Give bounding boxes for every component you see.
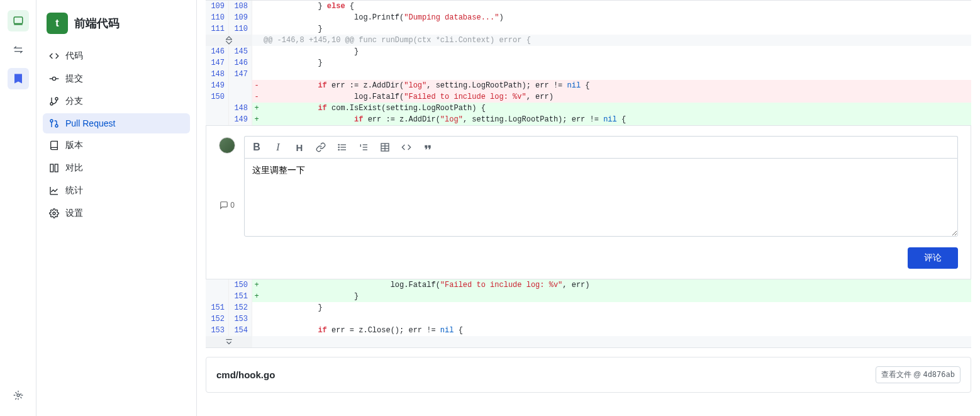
diff-line[interactable]: 150- log.Fatalf("Failed to include log: … [206, 91, 971, 103]
diff-line[interactable]: 111110 } [206, 23, 971, 35]
code-icon[interactable] [401, 142, 412, 153]
sidebar-label: 统计 [65, 185, 83, 196]
sidebar-item-stats[interactable]: 统计 [43, 180, 190, 201]
diff-line[interactable]: 110109 log.Printf("Dumping database...") [206, 12, 971, 23]
sidebar: t 前端代码 代码 提交 分支 Pull Request 版本 [36, 0, 197, 416]
repo-title: 前端代码 [74, 16, 120, 31]
svg-point-2 [17, 394, 19, 396]
new-line-num: 147 [229, 69, 252, 80]
sidebar-item-compare[interactable]: 对比 [43, 157, 190, 179]
hunk-header-row: @@ -146,8 +145,10 @@ func runDump(ctx *c… [206, 35, 971, 46]
diff-line[interactable]: 151152 } [206, 302, 971, 313]
repo-header: t 前端代码 [43, 10, 190, 45]
old-line-num [206, 291, 229, 302]
old-line-num: 147 [206, 57, 229, 69]
sidebar-item-releases[interactable]: 版本 [43, 135, 190, 156]
sidebar-label: 版本 [65, 140, 83, 151]
diff-line[interactable]: 149+ if err := z.AddDir("log", setting.L… [206, 114, 971, 125]
rail-repo-icon[interactable] [8, 68, 29, 89]
sidebar-label: 提交 [65, 73, 83, 84]
expand-icon[interactable] [206, 35, 252, 46]
sidebar-item-pull-request[interactable]: Pull Request [43, 113, 190, 133]
quote-icon[interactable] [422, 142, 433, 153]
svg-rect-13 [55, 164, 58, 172]
svg-point-21 [338, 144, 339, 145]
svg-point-3 [52, 77, 55, 80]
sidebar-label: 代码 [65, 50, 83, 62]
diff-line[interactable]: 152153 [206, 313, 971, 325]
submit-comment-button[interactable]: 评论 [908, 247, 958, 269]
app-rail [0, 0, 36, 416]
link-icon[interactable] [315, 142, 326, 153]
diff-line[interactable]: 148+ if com.IsExist(setting.LogRootPath)… [206, 103, 971, 114]
list-ol-icon[interactable] [358, 142, 369, 153]
svg-point-22 [338, 147, 339, 147]
diff-line[interactable]: 148147 [206, 69, 971, 80]
old-line-num: 146 [206, 46, 229, 57]
expand-row [206, 336, 971, 347]
old-line-num: 149 [206, 80, 229, 91]
file-name: cmd/hook.go [216, 369, 275, 380]
sidebar-item-code[interactable]: 代码 [43, 45, 190, 67]
old-line-num: 152 [206, 313, 229, 325]
view-file-link[interactable]: 查看文件 @ 4d876ab [876, 366, 961, 383]
old-line-num: 151 [206, 302, 229, 313]
rail-swap-icon[interactable] [8, 39, 29, 60]
sidebar-label: 对比 [65, 162, 83, 174]
old-line-num: 150 [206, 91, 229, 103]
old-line-num: 109 [206, 1, 229, 12]
user-avatar[interactable] [219, 137, 235, 154]
diff-line[interactable]: 146145 } [206, 46, 971, 57]
new-line-num: 108 [229, 1, 252, 12]
diff-view-continued: 150+ log.Fatalf("Failed to include log: … [206, 279, 971, 348]
sidebar-item-commits[interactable]: 提交 [43, 68, 190, 89]
sidebar-label: 设置 [65, 208, 83, 219]
sidebar-item-branches[interactable]: 分支 [43, 91, 190, 112]
svg-point-10 [50, 120, 53, 122]
old-line-num [206, 103, 229, 114]
file-header: cmd/hook.go 查看文件 @ 4d876ab [206, 357, 971, 393]
new-line-num [229, 80, 252, 91]
old-line-num [206, 279, 229, 291]
sidebar-item-settings[interactable]: 设置 [43, 203, 190, 224]
old-line-num: 110 [206, 12, 229, 23]
new-line-num: 145 [229, 46, 252, 57]
list-ul-icon[interactable] [337, 142, 348, 153]
hunk-header-text: @@ -146,8 +145,10 @@ func runDump(ctx *c… [261, 35, 971, 46]
svg-rect-12 [50, 164, 53, 172]
heading-icon[interactable]: H [294, 142, 305, 153]
bold-icon[interactable]: B [251, 142, 262, 153]
svg-point-7 [55, 98, 58, 100]
expand-down-icon[interactable] [206, 336, 252, 347]
svg-point-9 [55, 125, 58, 127]
svg-point-16 [53, 212, 55, 215]
diff-line[interactable]: 150+ log.Fatalf("Failed to include log: … [206, 279, 971, 291]
diff-line[interactable]: 147146 } [206, 57, 971, 69]
rail-home-icon[interactable] [8, 10, 29, 31]
new-line-num: 109 [229, 12, 252, 23]
diff-line[interactable]: 153154 if err = z.Close(); err != nil { [206, 325, 971, 336]
diff-line[interactable]: 151+ } [206, 291, 971, 302]
new-line-num [229, 91, 252, 103]
new-line-num: 149 [229, 114, 252, 125]
old-line-num: 153 [206, 325, 229, 336]
new-line-num: 150 [229, 279, 252, 291]
rail-settings-icon[interactable] [8, 385, 29, 406]
svg-point-8 [50, 103, 53, 105]
diff-line[interactable]: 149- if err := z.AddDir("log", setting.L… [206, 80, 971, 91]
diff-line[interactable]: 109108 } else { [206, 1, 971, 12]
new-line-num: 146 [229, 57, 252, 69]
comment-count: 0 [220, 201, 235, 210]
editor-toolbar: B I H [244, 136, 958, 158]
repo-badge: t [47, 13, 68, 34]
main-content: 109108 } else {110109 log.Printf("Dumpin… [197, 0, 980, 416]
new-line-num: 154 [229, 325, 252, 336]
italic-icon[interactable]: I [272, 142, 284, 153]
svg-point-23 [338, 149, 339, 150]
comment-textarea[interactable] [244, 158, 958, 237]
old-line-num: 148 [206, 69, 229, 80]
sidebar-label: 分支 [65, 96, 83, 107]
table-icon[interactable] [379, 142, 391, 153]
diff-view: 109108 } else {110109 log.Printf("Dumpin… [206, 0, 971, 126]
comment-form: 0 B I H 评论 [206, 126, 971, 279]
